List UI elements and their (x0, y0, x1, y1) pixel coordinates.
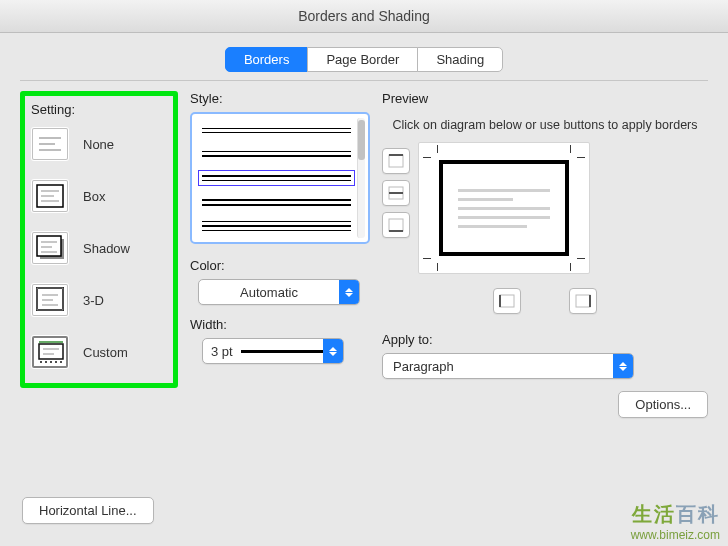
tab-borders[interactable]: Borders (225, 47, 309, 72)
setting-label: Setting: (31, 102, 163, 117)
svg-rect-25 (389, 155, 403, 167)
width-dropdown[interactable]: 3 pt (202, 338, 344, 364)
none-icon (31, 127, 69, 161)
style-option-5[interactable] (198, 218, 355, 234)
preview-canvas[interactable] (418, 142, 590, 274)
svg-rect-29 (389, 219, 403, 231)
style-scrollbar[interactable] (357, 118, 365, 238)
preview-paragraph (439, 160, 569, 256)
window-title: Borders and Shading (0, 0, 728, 33)
border-middle-button[interactable] (382, 180, 410, 206)
width-sample-line (241, 350, 323, 353)
apply-to-dropdown[interactable]: Paragraph (382, 353, 634, 379)
box-icon (31, 179, 69, 213)
shadow-icon (31, 231, 69, 265)
border-left-button[interactable] (493, 288, 521, 314)
setting-box-label: Box (83, 189, 105, 204)
border-top-button[interactable] (382, 148, 410, 174)
setting-3d-label: 3-D (83, 293, 104, 308)
style-option-4[interactable] (198, 194, 355, 210)
dropdown-arrows-icon (339, 280, 359, 304)
width-value: 3 pt (211, 344, 233, 359)
watermark: 生活百科 www.bimeiz.com (631, 501, 720, 542)
border-bottom-button[interactable] (382, 212, 410, 238)
setting-none[interactable]: None (31, 127, 163, 161)
svg-rect-33 (576, 295, 590, 307)
three-d-icon (31, 283, 69, 317)
dropdown-arrows-icon (613, 354, 633, 378)
tab-bar: Borders Page Border Shading (0, 47, 728, 72)
setting-custom-label: Custom (83, 345, 128, 360)
options-button[interactable]: Options... (618, 391, 708, 418)
setting-custom[interactable]: Custom (31, 335, 163, 369)
apply-to-value: Paragraph (383, 359, 613, 374)
setting-box[interactable]: Box (31, 179, 163, 213)
style-option-1[interactable] (198, 122, 355, 138)
border-right-button[interactable] (569, 288, 597, 314)
preview-hint: Click on diagram below or use buttons to… (388, 118, 702, 132)
style-option-2[interactable] (198, 146, 355, 162)
custom-icon (31, 335, 69, 369)
setting-group-highlight: Setting: None Box Shadow (20, 91, 178, 388)
setting-shadow[interactable]: Shadow (31, 231, 163, 265)
setting-shadow-label: Shadow (83, 241, 130, 256)
svg-rect-17 (39, 344, 63, 359)
color-value: Automatic (199, 285, 339, 300)
dropdown-arrows-icon (323, 339, 343, 363)
style-list[interactable] (190, 112, 370, 244)
preview-label: Preview (382, 91, 708, 106)
apply-to-label: Apply to: (382, 332, 708, 347)
horizontal-line-button[interactable]: Horizontal Line... (22, 497, 154, 524)
width-label: Width: (190, 317, 370, 332)
setting-none-label: None (83, 137, 114, 152)
style-option-selected[interactable] (198, 170, 355, 186)
style-label: Style: (190, 91, 370, 106)
tab-page-border[interactable]: Page Border (307, 47, 418, 72)
setting-3d[interactable]: 3-D (31, 283, 163, 317)
color-label: Color: (190, 258, 370, 273)
svg-rect-31 (500, 295, 514, 307)
tab-shading[interactable]: Shading (417, 47, 503, 72)
color-dropdown[interactable]: Automatic (198, 279, 360, 305)
